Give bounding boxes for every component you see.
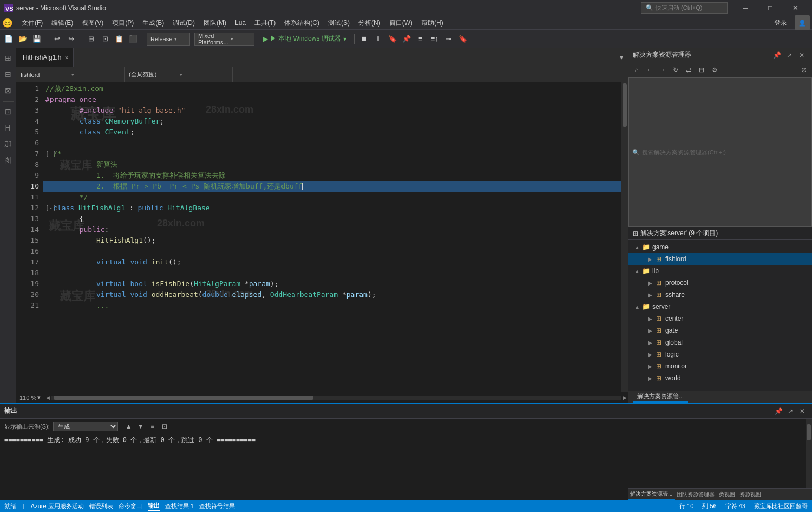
panel-title[interactable]: 输出 [4,406,17,416]
status-tab-azure[interactable]: Azure 应用服务活动 [31,502,84,510]
se-float-btn[interactable]: ↗ [783,49,795,61]
tree-item-monitor[interactable]: ▶ ⊞ monitor [628,360,812,372]
fold-12[interactable]: [-] [45,203,51,213]
tab-overflow-btn[interactable]: ▾ [615,48,628,67]
menu-edit[interactable]: 编辑(E) [47,17,77,29]
se-tab-classview[interactable]: 类视图 [717,490,737,500]
close-button[interactable]: ✕ [783,0,808,16]
toolbar-btn3[interactable]: 📋 [113,33,126,46]
tab-hitfishalg1[interactable]: HitFishAlg1.h ✕ [16,48,74,67]
menu-lua[interactable]: Lua [231,18,250,28]
toolbar-btn4[interactable]: ⬛ [127,33,140,46]
se-btn-forward[interactable]: → [657,64,669,76]
tree-item-global[interactable]: ▶ ⊞ global [628,336,812,348]
platform-dropdown[interactable]: Mixed Platforms... ▾ [194,33,254,46]
panel-close-btn[interactable]: ✕ [797,406,808,417]
menu-project[interactable]: 项目(P) [108,17,138,29]
se-btn-settings[interactable]: ⊘ [798,64,810,76]
toolbar-debug5[interactable]: ≡ [414,33,427,46]
output-btn1[interactable]: ▲ [123,421,134,432]
login-button[interactable]: 登录 [769,17,793,29]
menu-file[interactable]: 文件(F) [17,17,47,29]
minimize-button[interactable]: ─ [733,0,758,16]
panel-pin-btn[interactable]: 📌 [773,406,784,417]
activity-solution[interactable]: ⊞ [1,50,16,66]
tree-item-gate[interactable]: ▶ ⊞ gate [628,325,812,336]
status-tab-cmd[interactable]: 命令窗口 [119,502,142,510]
tree-item-game[interactable]: ▲ 📁 game [628,241,812,253]
status-tab-errors[interactable]: 错误列表 [89,502,113,510]
se-tab-solution[interactable]: 解决方案资源管... [633,391,688,403]
activity-7[interactable]: 图 [1,153,16,168]
toolbar-debug7[interactable]: ⊸ [442,33,455,46]
user-avatar[interactable]: 👤 [795,15,810,30]
output-source-select[interactable]: 生成 [53,422,118,431]
menu-build[interactable]: 生成(B) [138,17,168,29]
output-btn3[interactable]: ≡ [147,421,158,432]
menu-test[interactable]: 测试(S) [324,17,354,29]
status-tab-findresult1[interactable]: 查找结果 1 [165,502,194,510]
tree-item-protocol[interactable]: ▶ ⊞ protocol [628,277,812,289]
output-btn4[interactable]: ⊡ [159,421,170,432]
se-search-box[interactable]: 🔍 搜索解决方案资源管理器(Ctrl+;) [628,77,812,227]
se-btn-home[interactable]: ⌂ [631,64,643,76]
tree-item-center[interactable]: ▶ ⊞ center [628,313,812,325]
tree-item-server[interactable]: ▲ 📁 server [628,301,812,313]
activity-6[interactable]: 加 [1,137,16,152]
redo-btn[interactable]: ↪ [64,33,77,46]
toolbar-debug6[interactable]: ≡↕ [428,33,441,46]
menu-team[interactable]: 团队(M) [199,17,231,29]
output-btn2[interactable]: ▼ [135,421,146,432]
new-file-btn[interactable]: 📄 [2,33,15,46]
code-editor[interactable]: 藏宝库 28xin.com 藏宝库 藏宝库 28xin.com 藏宝库 28xi… [16,82,628,392]
se-btn-refresh[interactable]: ↻ [670,64,682,76]
undo-btn[interactable]: ↩ [50,33,63,46]
menu-arch[interactable]: 体系结构(C) [280,17,324,29]
toolbar-debug2[interactable]: ⏸ [372,33,385,46]
activity-3[interactable]: ⊠ [1,83,16,98]
se-btn-back[interactable]: ← [644,64,656,76]
panel-float-btn[interactable]: ↗ [785,406,796,417]
menu-window[interactable]: 窗口(W) [385,17,417,29]
tree-item-world[interactable]: ▶ ⊞ world [628,372,812,384]
activity-4[interactable]: ⊡ [1,104,16,119]
se-btn-sync[interactable]: ⇄ [683,64,695,76]
fold-7[interactable]: [-] [45,148,51,159]
toolbar-btn2[interactable]: ⊡ [99,33,112,46]
status-tab-findsymbol[interactable]: 查找符号结果 [199,502,235,510]
menu-view[interactable]: 视图(V) [77,17,108,29]
save-btn[interactable]: 💾 [30,33,43,46]
se-close-btn[interactable]: ✕ [796,49,808,61]
tree-item-lib[interactable]: ▲ 📁 lib [628,265,812,277]
toolbar-debug4[interactable]: 📌 [400,33,413,46]
activity-5[interactable]: H [1,120,16,135]
menu-analyze[interactable]: 分析(N) [354,17,385,29]
menu-help[interactable]: 帮助(H) [417,17,448,29]
menu-debug[interactable]: 调试(D) [168,17,199,29]
config-dropdown[interactable]: Release ▾ [147,33,190,46]
se-pin-btn[interactable]: 📌 [771,49,783,61]
editor-right-scrollbar[interactable] [621,82,628,392]
tree-item-logic[interactable]: ▶ ⊞ logic [628,348,812,360]
se-btn-collapseall[interactable]: ⊟ [696,64,708,76]
hscroll-left[interactable]: ◀ [44,392,51,403]
tree-item-fishlord[interactable]: ▶ ⊞ fishlord [628,253,812,265]
toolbar-debug3[interactable]: 🔖 [386,33,399,46]
se-tab-team[interactable]: 团队资源管理器 [675,490,717,500]
menu-tools[interactable]: 工具(T) [250,17,280,29]
code-content[interactable]: //藏/28xin.com #pragma_once #include "hit… [43,82,621,392]
tree-item-sshare[interactable]: ▶ ⊞ sshare [628,289,812,301]
toolbar-debug1[interactable]: ⏹ [358,33,371,46]
maximize-button[interactable]: □ [758,0,783,16]
scope-dropdown[interactable]: fishlord ▾ [16,67,125,82]
se-tab-resourceview[interactable]: 资源视图 [737,490,763,500]
hscroll-track[interactable] [51,396,621,400]
run-button[interactable]: ▶ ▶ 本地 Windows 调试器 ▾ [259,33,351,46]
toolbar-debug8[interactable]: 🔖 [456,33,469,46]
quick-launch[interactable]: 🔍 快速启动 (Ctrl+Q) [641,2,728,14]
toolbar-btn1[interactable]: ⊞ [84,33,97,46]
open-file-btn[interactable]: 📂 [16,33,29,46]
function-dropdown[interactable]: (全局范围) ▾ [125,67,233,82]
status-tab-output[interactable]: 输出 [148,502,160,511]
se-tab-solution2[interactable]: 解决方案资源管... [628,489,675,500]
